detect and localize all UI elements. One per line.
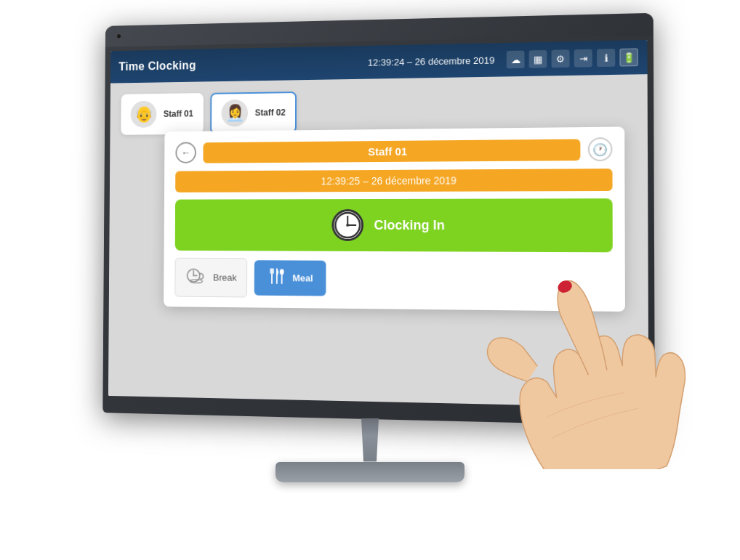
break-icon (185, 264, 208, 291)
clocking-dialog: ← Staff 01 🕐 12:39:25 – 26 décembre 2019 (164, 126, 625, 312)
app-title: Time Clocking (118, 59, 196, 73)
svg-point-0 (336, 213, 361, 238)
staff-avatar-02: 👩‍💼 (222, 99, 249, 126)
clock-face-icon (332, 209, 364, 241)
settings-icon[interactable]: ⚙ (552, 49, 570, 68)
logout-icon[interactable]: ⇥ (574, 49, 592, 67)
dialog-staff-name: Staff 01 (203, 138, 580, 162)
staff-name-02: Staff 02 (255, 107, 286, 117)
staff-card-01[interactable]: 👴 Staff 01 (121, 93, 204, 135)
grid-icon[interactable]: ▦ (529, 49, 547, 68)
dialog-datetime: 12:39:25 – 26 décembre 2019 (175, 169, 612, 192)
staff-card-02[interactable]: 👩‍💼 Staff 02 (210, 92, 297, 134)
titlebar-datetime: 12:39:24 – 26 décembre 2019 (368, 54, 495, 67)
battery-icon[interactable]: 🔋 (619, 48, 638, 66)
meal-icon (267, 266, 286, 290)
screen-content: 👴 Staff 01 👩‍💼 Staff 02 ← Staff 01 🕐 (108, 74, 648, 407)
break-label: Break (213, 272, 237, 283)
cloud-icon[interactable]: ☁ (507, 50, 525, 68)
monitor-wrapper: Time Clocking 12:39:24 – 26 décembre 201… (72, 19, 668, 542)
meal-svg (267, 266, 286, 286)
clocking-in-label: Clocking In (374, 217, 444, 232)
back-button[interactable]: ← (175, 142, 196, 163)
dialog-header: ← Staff 01 🕐 (175, 137, 612, 164)
monitor-frame: Time Clocking 12:39:24 – 26 décembre 201… (102, 12, 655, 426)
break-svg (185, 264, 208, 287)
info-icon[interactable]: ℹ (597, 49, 615, 67)
meal-label: Meal (292, 272, 313, 283)
break-button[interactable]: Break (174, 257, 247, 297)
clock-icon-button[interactable]: 🕐 (588, 137, 613, 161)
screen: Time Clocking 12:39:24 – 26 décembre 201… (108, 39, 648, 407)
clock-svg (334, 211, 362, 239)
meal-button[interactable]: Meal (254, 260, 326, 296)
svg-point-13 (280, 269, 284, 275)
monitor-stand-neck (348, 418, 392, 462)
monitor-stand-base (276, 462, 464, 482)
bottom-row: Break (174, 257, 613, 301)
staff-avatar-01: 👴 (131, 100, 157, 127)
titlebar-right: 12:39:24 – 26 décembre 2019 ☁ ▦ ⚙ ⇥ ℹ 🔋 (368, 48, 638, 70)
attention-text: Attention: Software ... (575, 394, 641, 402)
svg-point-3 (347, 223, 350, 226)
clocking-in-button[interactable]: Clocking In (175, 198, 613, 252)
camera-dot (116, 33, 122, 38)
staff-name-01: Staff 01 (164, 108, 193, 118)
